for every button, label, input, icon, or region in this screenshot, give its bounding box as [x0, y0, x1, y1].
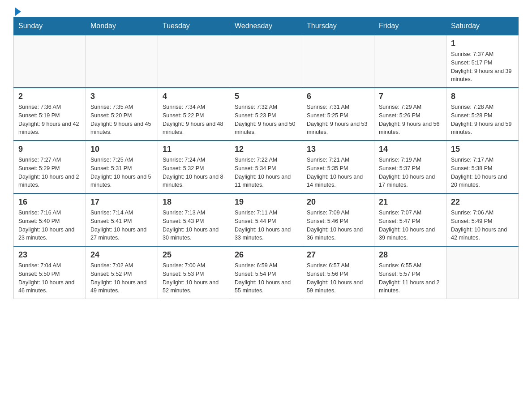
day-info: Sunrise: 7:37 AM Sunset: 5:17 PM Dayligh… — [451, 50, 514, 84]
day-info: Sunrise: 7:25 AM Sunset: 5:31 PM Dayligh… — [90, 156, 153, 189]
day-of-week-header: Friday — [374, 17, 446, 35]
day-info: Sunrise: 7:32 AM Sunset: 5:23 PM Dayligh… — [235, 103, 297, 137]
day-info: Sunrise: 7:31 AM Sunset: 5:25 PM Dayligh… — [307, 103, 369, 137]
day-info: Sunrise: 7:09 AM Sunset: 5:46 PM Dayligh… — [307, 209, 369, 242]
calendar-day-cell — [374, 35, 446, 88]
day-number: 8 — [451, 92, 514, 101]
day-info: Sunrise: 7:21 AM Sunset: 5:35 PM Dayligh… — [307, 156, 369, 189]
day-number: 13 — [307, 145, 369, 154]
day-info: Sunrise: 7:00 AM Sunset: 5:53 PM Dayligh… — [163, 261, 225, 295]
day-number: 6 — [307, 92, 369, 101]
day-info: Sunrise: 7:11 AM Sunset: 5:44 PM Dayligh… — [235, 209, 297, 242]
day-info: Sunrise: 7:35 AM Sunset: 5:20 PM Dayligh… — [90, 103, 153, 137]
day-number: 14 — [379, 145, 442, 154]
day-info: Sunrise: 7:17 AM Sunset: 5:38 PM Dayligh… — [451, 156, 514, 189]
calendar-day-cell: 14Sunrise: 7:19 AM Sunset: 5:37 PM Dayli… — [374, 141, 446, 193]
calendar-day-cell: 21Sunrise: 7:07 AM Sunset: 5:47 PM Dayli… — [374, 193, 446, 246]
day-number: 18 — [163, 197, 225, 207]
day-info: Sunrise: 7:13 AM Sunset: 5:43 PM Dayligh… — [163, 209, 225, 242]
day-number: 10 — [90, 145, 153, 154]
calendar-day-cell — [446, 246, 519, 299]
day-of-week-header: Wednesday — [230, 17, 302, 35]
calendar-table: SundayMondayTuesdayWednesdayThursdayFrid… — [13, 17, 519, 299]
calendar-day-cell: 11Sunrise: 7:24 AM Sunset: 5:32 PM Dayli… — [158, 141, 230, 193]
day-of-week-header: Saturday — [446, 17, 519, 35]
calendar-day-cell — [86, 35, 158, 88]
calendar-day-cell: 3Sunrise: 7:35 AM Sunset: 5:20 PM Daylig… — [86, 88, 158, 141]
day-number: 1 — [451, 39, 514, 48]
calendar-day-cell: 9Sunrise: 7:27 AM Sunset: 5:29 PM Daylig… — [14, 141, 86, 193]
day-number: 20 — [307, 197, 369, 207]
calendar-day-cell: 4Sunrise: 7:34 AM Sunset: 5:22 PM Daylig… — [158, 88, 230, 141]
calendar-day-cell: 24Sunrise: 7:02 AM Sunset: 5:52 PM Dayli… — [86, 246, 158, 299]
day-number: 5 — [235, 92, 297, 101]
calendar-day-cell: 7Sunrise: 7:29 AM Sunset: 5:26 PM Daylig… — [374, 88, 446, 141]
page-header — [13, 9, 519, 13]
day-info: Sunrise: 7:02 AM Sunset: 5:52 PM Dayligh… — [90, 261, 153, 295]
day-number: 23 — [18, 250, 81, 260]
calendar-day-cell: 2Sunrise: 7:36 AM Sunset: 5:19 PM Daylig… — [14, 88, 86, 141]
day-info: Sunrise: 7:16 AM Sunset: 5:40 PM Dayligh… — [18, 209, 81, 242]
day-of-week-header: Tuesday — [158, 17, 230, 35]
day-info: Sunrise: 7:24 AM Sunset: 5:32 PM Dayligh… — [163, 156, 225, 189]
day-info: Sunrise: 6:55 AM Sunset: 5:57 PM Dayligh… — [379, 261, 442, 295]
calendar-day-cell: 12Sunrise: 7:22 AM Sunset: 5:34 PM Dayli… — [230, 141, 302, 193]
day-of-week-header: Thursday — [302, 17, 374, 35]
calendar-header-row: SundayMondayTuesdayWednesdayThursdayFrid… — [14, 17, 519, 35]
calendar-day-cell: 17Sunrise: 7:14 AM Sunset: 5:41 PM Dayli… — [86, 193, 158, 246]
day-number: 27 — [307, 250, 369, 260]
calendar-day-cell: 1Sunrise: 7:37 AM Sunset: 5:17 PM Daylig… — [446, 35, 519, 88]
day-number: 11 — [163, 145, 225, 154]
calendar-week-row: 2Sunrise: 7:36 AM Sunset: 5:19 PM Daylig… — [14, 88, 519, 141]
day-info: Sunrise: 7:04 AM Sunset: 5:50 PM Dayligh… — [18, 261, 81, 295]
calendar-day-cell: 18Sunrise: 7:13 AM Sunset: 5:43 PM Dayli… — [158, 193, 230, 246]
calendar-day-cell — [302, 35, 374, 88]
day-number: 21 — [379, 197, 442, 207]
day-number: 25 — [163, 250, 225, 260]
logo — [13, 9, 21, 13]
day-of-week-header: Sunday — [14, 17, 86, 35]
day-number: 3 — [90, 92, 153, 101]
day-number: 24 — [90, 250, 153, 260]
day-number: 16 — [18, 197, 81, 207]
calendar-week-row: 9Sunrise: 7:27 AM Sunset: 5:29 PM Daylig… — [14, 141, 519, 193]
day-info: Sunrise: 7:29 AM Sunset: 5:26 PM Dayligh… — [379, 103, 442, 137]
calendar-day-cell: 13Sunrise: 7:21 AM Sunset: 5:35 PM Dayli… — [302, 141, 374, 193]
calendar-day-cell — [230, 35, 302, 88]
calendar-day-cell: 28Sunrise: 6:55 AM Sunset: 5:57 PM Dayli… — [374, 246, 446, 299]
day-info: Sunrise: 7:14 AM Sunset: 5:41 PM Dayligh… — [90, 209, 153, 242]
calendar-day-cell: 22Sunrise: 7:06 AM Sunset: 5:49 PM Dayli… — [446, 193, 519, 246]
calendar-day-cell: 15Sunrise: 7:17 AM Sunset: 5:38 PM Dayli… — [446, 141, 519, 193]
calendar-day-cell — [158, 35, 230, 88]
calendar-day-cell: 5Sunrise: 7:32 AM Sunset: 5:23 PM Daylig… — [230, 88, 302, 141]
day-info: Sunrise: 7:34 AM Sunset: 5:22 PM Dayligh… — [163, 103, 225, 137]
day-number: 28 — [379, 250, 442, 260]
day-info: Sunrise: 7:22 AM Sunset: 5:34 PM Dayligh… — [235, 156, 297, 189]
day-number: 17 — [90, 197, 153, 207]
day-number: 4 — [163, 92, 225, 101]
calendar-day-cell: 6Sunrise: 7:31 AM Sunset: 5:25 PM Daylig… — [302, 88, 374, 141]
day-number: 22 — [451, 197, 514, 207]
calendar-day-cell: 19Sunrise: 7:11 AM Sunset: 5:44 PM Dayli… — [230, 193, 302, 246]
calendar-day-cell: 16Sunrise: 7:16 AM Sunset: 5:40 PM Dayli… — [14, 193, 86, 246]
logo-triangle-icon — [15, 7, 21, 16]
calendar-week-row: 1Sunrise: 7:37 AM Sunset: 5:17 PM Daylig… — [14, 35, 519, 88]
day-info: Sunrise: 6:59 AM Sunset: 5:54 PM Dayligh… — [235, 261, 297, 295]
day-of-week-header: Monday — [86, 17, 158, 35]
day-info: Sunrise: 7:19 AM Sunset: 5:37 PM Dayligh… — [379, 156, 442, 189]
day-info: Sunrise: 7:28 AM Sunset: 5:28 PM Dayligh… — [451, 103, 514, 137]
calendar-day-cell: 10Sunrise: 7:25 AM Sunset: 5:31 PM Dayli… — [86, 141, 158, 193]
calendar-day-cell: 20Sunrise: 7:09 AM Sunset: 5:46 PM Dayli… — [302, 193, 374, 246]
calendar-week-row: 16Sunrise: 7:16 AM Sunset: 5:40 PM Dayli… — [14, 193, 519, 246]
day-number: 15 — [451, 145, 514, 154]
day-number: 26 — [235, 250, 297, 260]
day-number: 12 — [235, 145, 297, 154]
day-info: Sunrise: 6:57 AM Sunset: 5:56 PM Dayligh… — [307, 261, 369, 295]
calendar-day-cell — [14, 35, 86, 88]
calendar-day-cell: 8Sunrise: 7:28 AM Sunset: 5:28 PM Daylig… — [446, 88, 519, 141]
calendar-day-cell: 23Sunrise: 7:04 AM Sunset: 5:50 PM Dayli… — [14, 246, 86, 299]
day-number: 19 — [235, 197, 297, 207]
day-number: 7 — [379, 92, 442, 101]
calendar-day-cell: 26Sunrise: 6:59 AM Sunset: 5:54 PM Dayli… — [230, 246, 302, 299]
calendar-day-cell: 25Sunrise: 7:00 AM Sunset: 5:53 PM Dayli… — [158, 246, 230, 299]
